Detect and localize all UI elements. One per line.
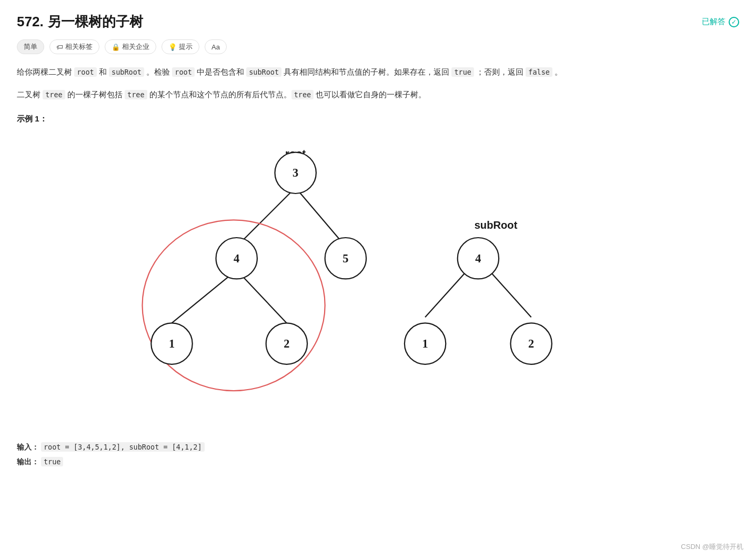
diagram-container: root 3 4 5 1 2 subRoot — [17, 135, 739, 429]
input-value: root = [3,4,5,1,2], subRoot = [4,1,2] — [41, 442, 205, 452]
example-title: 示例 1： — [17, 114, 739, 124]
output-row: 输出： true — [17, 454, 739, 469]
solved-label: 已解答 — [702, 17, 725, 27]
output-value: true — [41, 457, 64, 466]
node-root-5-label: 5 — [342, 252, 348, 265]
edge-4-1 — [172, 270, 237, 323]
node-root-4-label: 4 — [234, 252, 239, 265]
tag-label-text: 相关标签 — [65, 42, 93, 52]
problem-number: 572. — [17, 14, 44, 29]
input-row: 输入： root = [3,4,5,1,2], subRoot = [4,1,2… — [17, 440, 739, 454]
tags-row: 简单 🏷 相关标签 🔒 相关企业 💡 提示 Aa — [17, 39, 739, 54]
subroot-label: subRoot — [475, 219, 518, 231]
title-row: 572. 另一棵树的子树 已解答 ✓ — [17, 13, 739, 31]
tree-svg: root 3 4 5 1 2 subRoot — [17, 135, 739, 429]
tag-hint-icon: 💡 — [168, 43, 177, 51]
output-label: 输出： — [17, 457, 39, 466]
node-root-1-label: 1 — [169, 337, 175, 350]
tag-font-text: Aa — [211, 43, 220, 51]
problem-name: 另一棵树的子树 — [47, 14, 143, 29]
edge-3-5 — [296, 188, 346, 247]
solved-badge: 已解答 ✓ — [702, 17, 739, 27]
tag-hints[interactable]: 💡 提示 — [162, 39, 199, 54]
tag-font[interactable]: Aa — [205, 39, 227, 54]
page-title: 572. 另一棵树的子树 — [17, 13, 143, 31]
node-sub-4-label: 4 — [475, 252, 481, 265]
tag-related-labels[interactable]: 🏷 相关标签 — [49, 39, 99, 54]
input-output-section: 输入： root = [3,4,5,1,2], subRoot = [4,1,2… — [17, 440, 739, 469]
tag-difficulty[interactable]: 简单 — [17, 39, 44, 54]
difficulty-label: 简单 — [24, 42, 37, 52]
node-sub-1-label: 1 — [422, 337, 428, 350]
tag-related-companies[interactable]: 🔒 相关企业 — [105, 39, 156, 54]
input-label: 输入： — [17, 443, 39, 451]
tag-hint-text: 提示 — [179, 42, 193, 52]
node-root-2-label: 2 — [284, 337, 289, 350]
description-line2: 二叉树 tree 的一棵子树包括 tree 的某个节点和这个节点的所有后代节点。… — [17, 87, 739, 101]
solved-check-icon: ✓ — [729, 17, 739, 27]
description-line1: 给你两棵二叉树 root 和 subRoot 。检验 root 中是否包含和 s… — [17, 65, 739, 79]
edge-3-4 — [237, 188, 296, 247]
tag-company-icon: 🔒 — [112, 43, 120, 51]
node-root-3-label: 3 — [293, 166, 298, 179]
tag-company-text: 相关企业 — [122, 42, 149, 52]
tag-label-icon: 🏷 — [56, 43, 63, 51]
node-sub-2-label: 2 — [528, 337, 534, 350]
